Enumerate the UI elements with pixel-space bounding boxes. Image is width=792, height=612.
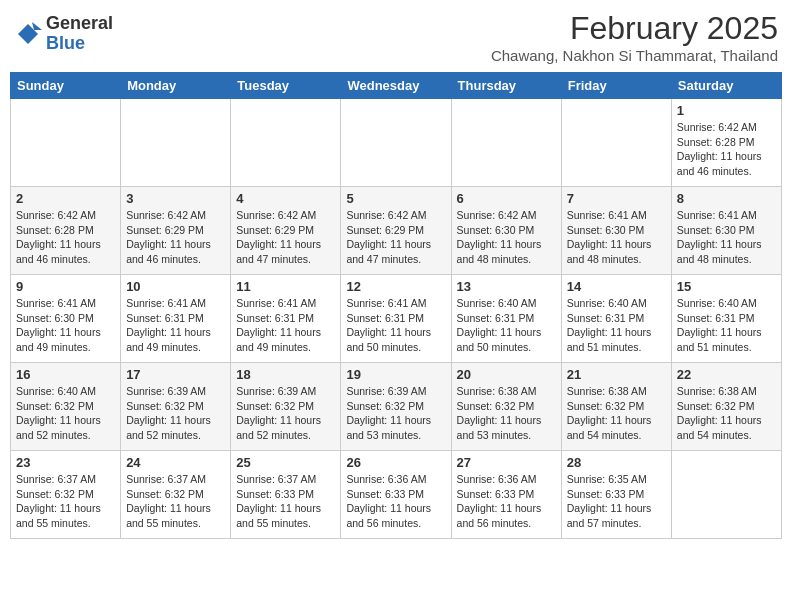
day-number: 18 [236,367,335,382]
day-number: 13 [457,279,556,294]
page-header: General Blue February 2025 Chawang, Nakh… [10,10,782,64]
logo-text: General Blue [46,14,113,54]
calendar-cell: 28Sunrise: 6:35 AM Sunset: 6:33 PM Dayli… [561,451,671,539]
day-info: Sunrise: 6:42 AM Sunset: 6:29 PM Dayligh… [126,208,225,267]
calendar-cell: 9Sunrise: 6:41 AM Sunset: 6:30 PM Daylig… [11,275,121,363]
day-number: 9 [16,279,115,294]
weekday-header-friday: Friday [561,73,671,99]
weekday-header-monday: Monday [121,73,231,99]
day-info: Sunrise: 6:41 AM Sunset: 6:31 PM Dayligh… [126,296,225,355]
location: Chawang, Nakhon Si Thammarat, Thailand [491,47,778,64]
day-info: Sunrise: 6:40 AM Sunset: 6:31 PM Dayligh… [677,296,776,355]
month-year: February 2025 [491,10,778,47]
logo-blue: Blue [46,34,113,54]
weekday-header-row: SundayMondayTuesdayWednesdayThursdayFrid… [11,73,782,99]
calendar-cell [561,99,671,187]
calendar-week-row: 23Sunrise: 6:37 AM Sunset: 6:32 PM Dayli… [11,451,782,539]
day-number: 17 [126,367,225,382]
calendar-cell [671,451,781,539]
day-info: Sunrise: 6:40 AM Sunset: 6:31 PM Dayligh… [567,296,666,355]
day-info: Sunrise: 6:36 AM Sunset: 6:33 PM Dayligh… [346,472,445,531]
day-info: Sunrise: 6:42 AM Sunset: 6:28 PM Dayligh… [677,120,776,179]
day-number: 16 [16,367,115,382]
day-number: 20 [457,367,556,382]
calendar-cell: 1Sunrise: 6:42 AM Sunset: 6:28 PM Daylig… [671,99,781,187]
calendar-cell: 2Sunrise: 6:42 AM Sunset: 6:28 PM Daylig… [11,187,121,275]
calendar-cell: 11Sunrise: 6:41 AM Sunset: 6:31 PM Dayli… [231,275,341,363]
day-number: 10 [126,279,225,294]
calendar-week-row: 2Sunrise: 6:42 AM Sunset: 6:28 PM Daylig… [11,187,782,275]
day-info: Sunrise: 6:35 AM Sunset: 6:33 PM Dayligh… [567,472,666,531]
weekday-header-sunday: Sunday [11,73,121,99]
day-number: 19 [346,367,445,382]
day-number: 2 [16,191,115,206]
calendar-cell: 23Sunrise: 6:37 AM Sunset: 6:32 PM Dayli… [11,451,121,539]
calendar-cell [231,99,341,187]
calendar-cell: 15Sunrise: 6:40 AM Sunset: 6:31 PM Dayli… [671,275,781,363]
calendar-cell [341,99,451,187]
day-info: Sunrise: 6:37 AM Sunset: 6:32 PM Dayligh… [16,472,115,531]
day-number: 8 [677,191,776,206]
logo: General Blue [14,14,113,54]
day-info: Sunrise: 6:41 AM Sunset: 6:30 PM Dayligh… [677,208,776,267]
day-info: Sunrise: 6:39 AM Sunset: 6:32 PM Dayligh… [236,384,335,443]
calendar-cell: 6Sunrise: 6:42 AM Sunset: 6:30 PM Daylig… [451,187,561,275]
day-number: 27 [457,455,556,470]
weekday-header-wednesday: Wednesday [341,73,451,99]
day-info: Sunrise: 6:42 AM Sunset: 6:28 PM Dayligh… [16,208,115,267]
logo-icon [14,20,42,48]
day-number: 23 [16,455,115,470]
title-block: February 2025 Chawang, Nakhon Si Thammar… [491,10,778,64]
day-info: Sunrise: 6:39 AM Sunset: 6:32 PM Dayligh… [346,384,445,443]
calendar-cell: 18Sunrise: 6:39 AM Sunset: 6:32 PM Dayli… [231,363,341,451]
calendar-week-row: 16Sunrise: 6:40 AM Sunset: 6:32 PM Dayli… [11,363,782,451]
day-info: Sunrise: 6:42 AM Sunset: 6:29 PM Dayligh… [346,208,445,267]
calendar-cell: 20Sunrise: 6:38 AM Sunset: 6:32 PM Dayli… [451,363,561,451]
day-info: Sunrise: 6:38 AM Sunset: 6:32 PM Dayligh… [567,384,666,443]
day-number: 11 [236,279,335,294]
day-number: 15 [677,279,776,294]
calendar-cell: 24Sunrise: 6:37 AM Sunset: 6:32 PM Dayli… [121,451,231,539]
day-info: Sunrise: 6:41 AM Sunset: 6:31 PM Dayligh… [236,296,335,355]
calendar-cell: 21Sunrise: 6:38 AM Sunset: 6:32 PM Dayli… [561,363,671,451]
calendar-cell: 3Sunrise: 6:42 AM Sunset: 6:29 PM Daylig… [121,187,231,275]
calendar-table: SundayMondayTuesdayWednesdayThursdayFrid… [10,72,782,539]
calendar-cell [11,99,121,187]
day-info: Sunrise: 6:38 AM Sunset: 6:32 PM Dayligh… [677,384,776,443]
calendar-cell: 13Sunrise: 6:40 AM Sunset: 6:31 PM Dayli… [451,275,561,363]
day-number: 25 [236,455,335,470]
calendar-week-row: 9Sunrise: 6:41 AM Sunset: 6:30 PM Daylig… [11,275,782,363]
weekday-header-saturday: Saturday [671,73,781,99]
calendar-cell: 10Sunrise: 6:41 AM Sunset: 6:31 PM Dayli… [121,275,231,363]
calendar-cell: 4Sunrise: 6:42 AM Sunset: 6:29 PM Daylig… [231,187,341,275]
calendar-cell: 27Sunrise: 6:36 AM Sunset: 6:33 PM Dayli… [451,451,561,539]
calendar-cell [451,99,561,187]
day-info: Sunrise: 6:38 AM Sunset: 6:32 PM Dayligh… [457,384,556,443]
day-info: Sunrise: 6:41 AM Sunset: 6:30 PM Dayligh… [16,296,115,355]
day-number: 24 [126,455,225,470]
calendar-cell: 19Sunrise: 6:39 AM Sunset: 6:32 PM Dayli… [341,363,451,451]
day-info: Sunrise: 6:40 AM Sunset: 6:32 PM Dayligh… [16,384,115,443]
calendar-cell: 8Sunrise: 6:41 AM Sunset: 6:30 PM Daylig… [671,187,781,275]
day-number: 1 [677,103,776,118]
calendar-cell: 12Sunrise: 6:41 AM Sunset: 6:31 PM Dayli… [341,275,451,363]
logo-general: General [46,14,113,34]
day-info: Sunrise: 6:42 AM Sunset: 6:29 PM Dayligh… [236,208,335,267]
calendar-cell [121,99,231,187]
day-number: 21 [567,367,666,382]
weekday-header-thursday: Thursday [451,73,561,99]
calendar-cell: 25Sunrise: 6:37 AM Sunset: 6:33 PM Dayli… [231,451,341,539]
day-number: 3 [126,191,225,206]
calendar-week-row: 1Sunrise: 6:42 AM Sunset: 6:28 PM Daylig… [11,99,782,187]
day-number: 12 [346,279,445,294]
day-number: 26 [346,455,445,470]
day-number: 7 [567,191,666,206]
svg-marker-1 [32,22,42,30]
day-number: 28 [567,455,666,470]
day-info: Sunrise: 6:41 AM Sunset: 6:30 PM Dayligh… [567,208,666,267]
calendar-cell: 14Sunrise: 6:40 AM Sunset: 6:31 PM Dayli… [561,275,671,363]
calendar-cell: 26Sunrise: 6:36 AM Sunset: 6:33 PM Dayli… [341,451,451,539]
day-number: 6 [457,191,556,206]
calendar-cell: 22Sunrise: 6:38 AM Sunset: 6:32 PM Dayli… [671,363,781,451]
calendar-cell: 5Sunrise: 6:42 AM Sunset: 6:29 PM Daylig… [341,187,451,275]
